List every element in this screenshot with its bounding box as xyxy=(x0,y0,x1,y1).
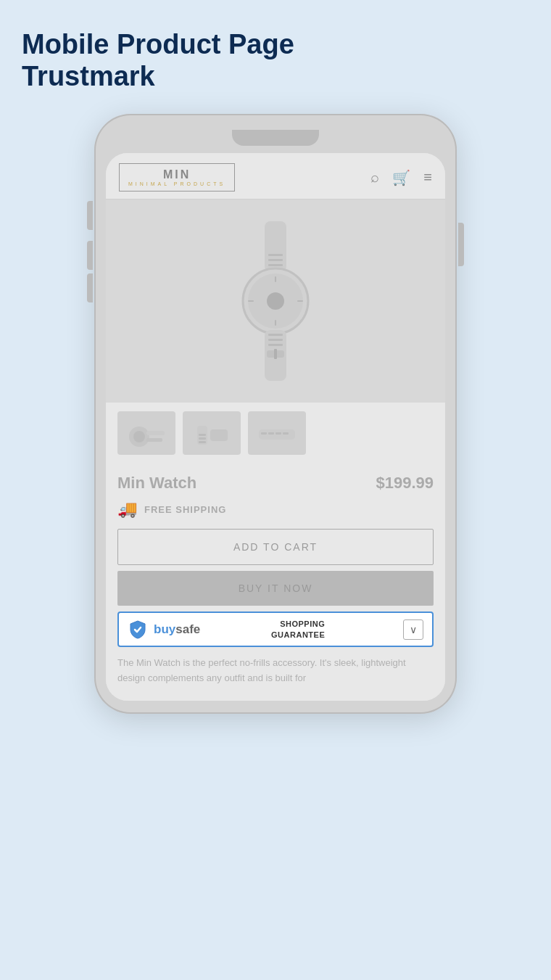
thumbnail-1[interactable] xyxy=(117,411,175,455)
svg-rect-1 xyxy=(268,254,283,256)
phone-frame: MIN MINIMAL PRODUCTS ⌕ 🛒 ≡ xyxy=(94,114,457,713)
svg-rect-20 xyxy=(146,438,162,442)
svg-rect-28 xyxy=(268,432,274,435)
search-icon[interactable]: ⌕ xyxy=(370,169,379,186)
svg-rect-23 xyxy=(199,437,206,440)
notch-bar xyxy=(106,127,445,149)
svg-rect-8 xyxy=(268,334,283,336)
svg-rect-30 xyxy=(283,432,289,435)
product-info: Min Watch $199.99 🚚 FREE SHIPPING xyxy=(106,464,445,519)
shipping-label: FREE SHIPPING xyxy=(144,504,226,515)
buy-now-button[interactable]: BUY IT NOW xyxy=(117,571,434,606)
svg-rect-27 xyxy=(261,432,267,435)
product-title: Min Watch xyxy=(117,474,196,493)
buysafe-guarantee-text: SHOPPING GUARANTEE xyxy=(271,619,325,640)
product-image-main xyxy=(106,199,445,403)
add-to-cart-button[interactable]: ADD TO CART xyxy=(117,529,434,565)
svg-rect-29 xyxy=(276,432,281,435)
thumbnail-3[interactable] xyxy=(248,411,306,455)
svg-rect-24 xyxy=(199,441,206,443)
thumbnail-row xyxy=(106,403,445,464)
svg-rect-12 xyxy=(274,349,277,359)
brand-logo: MIN MINIMAL PRODUCTS xyxy=(119,163,235,192)
navbar: MIN MINIMAL PRODUCTS ⌕ 🛒 ≡ xyxy=(106,153,445,199)
menu-icon[interactable]: ≡ xyxy=(423,169,432,186)
buysafe-left: buysafe xyxy=(128,619,200,640)
svg-rect-15 xyxy=(248,300,254,302)
svg-point-18 xyxy=(133,431,145,442)
svg-rect-22 xyxy=(199,434,206,436)
phone-mockup: MIN MINIMAL PRODUCTS ⌕ 🛒 ≡ xyxy=(22,114,529,713)
svg-rect-13 xyxy=(275,276,276,282)
button-area: ADD TO CART BUY IT NOW buysafe S xyxy=(106,529,445,647)
thumbnail-2[interactable] xyxy=(183,411,241,455)
phone-screen: MIN MINIMAL PRODUCTS ⌕ 🛒 ≡ xyxy=(106,153,445,700)
svg-rect-16 xyxy=(297,300,303,302)
svg-rect-9 xyxy=(268,339,283,341)
shipping-truck-icon: 🚚 xyxy=(117,500,137,519)
watch-svg xyxy=(188,214,362,388)
buysafe-badge[interactable]: buysafe SHOPPING GUARANTEE ∨ xyxy=(117,612,434,647)
svg-rect-2 xyxy=(268,259,283,261)
svg-point-6 xyxy=(267,292,284,310)
svg-rect-19 xyxy=(146,431,165,435)
cart-icon[interactable]: 🛒 xyxy=(392,169,410,186)
svg-rect-25 xyxy=(210,429,228,441)
brand-sub: MINIMAL PRODUCTS xyxy=(128,181,225,186)
page-title: Mobile Product Page Trustmark xyxy=(22,29,529,92)
product-title-row: Min Watch $199.99 xyxy=(117,474,434,493)
buysafe-logo-text: buysafe xyxy=(154,622,200,637)
shipping-row: 🚚 FREE SHIPPING xyxy=(117,500,434,519)
product-price: $199.99 xyxy=(376,474,434,493)
product-description: The Min Watch is the perfect no-frills a… xyxy=(106,656,445,701)
notch xyxy=(232,130,319,146)
buysafe-shield-icon xyxy=(128,619,148,640)
svg-rect-10 xyxy=(268,344,283,346)
svg-rect-14 xyxy=(275,320,276,326)
nav-icons: ⌕ 🛒 ≡ xyxy=(370,169,432,186)
brand-name: MIN xyxy=(128,168,225,181)
svg-rect-3 xyxy=(268,264,283,266)
buysafe-chevron-icon[interactable]: ∨ xyxy=(403,619,423,640)
